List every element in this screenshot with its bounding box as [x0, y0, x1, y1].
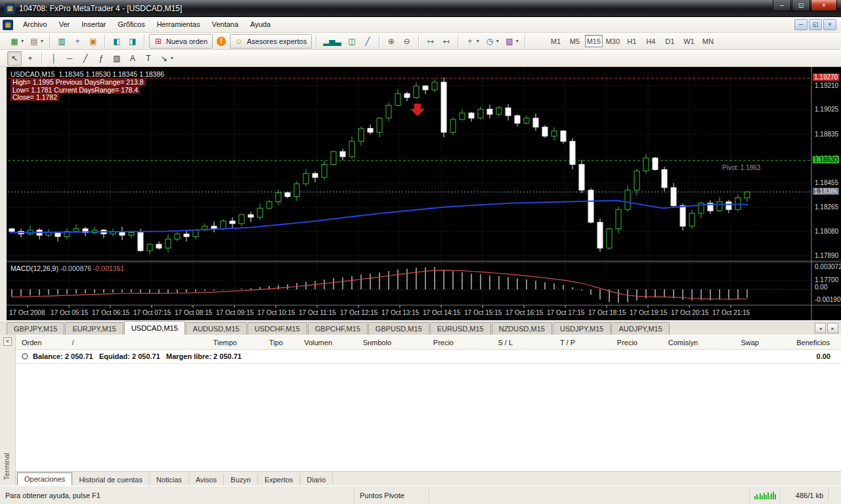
tile-windows-button[interactable]: ◨: [125, 34, 140, 49]
mdi-close-button[interactable]: ×: [823, 19, 836, 30]
menu-ventana[interactable]: Ventana: [206, 17, 244, 32]
horizontal-line-button[interactable]: ─: [62, 51, 77, 66]
maximize-button[interactable]: ◱: [792, 0, 810, 11]
cursor-button[interactable]: ↖: [7, 51, 22, 66]
terminal-close-button[interactable]: ×: [3, 337, 12, 346]
column-header-s-l[interactable]: S / L: [459, 339, 518, 346]
status-mode[interactable]: Puntos Pivote: [355, 489, 429, 502]
trendline-button[interactable]: ╱: [78, 51, 93, 66]
terminal-tab-diario[interactable]: Diario: [300, 474, 333, 486]
timeframe-m1[interactable]: M1: [547, 35, 565, 47]
new-order-button[interactable]: ⊞Nueva orden: [149, 34, 213, 49]
timeframe-h1[interactable]: H1: [623, 35, 641, 47]
menu-insertar[interactable]: Insertar: [75, 17, 112, 32]
timeframe-h4[interactable]: H4: [642, 35, 660, 47]
line-chart-mode-button[interactable]: ╱: [360, 34, 375, 49]
chart-tab-audusd-m15[interactable]: AUDUSD,M15: [186, 322, 247, 335]
crosshair-button[interactable]: +: [23, 51, 37, 66]
timeframe-w1[interactable]: W1: [680, 35, 698, 47]
mdi-restore-button[interactable]: ◱: [809, 19, 822, 30]
terminal-tab-noticias[interactable]: Noticias: [150, 474, 189, 486]
zoom-out-button[interactable]: ⊖: [400, 34, 414, 49]
chart-area[interactable]: USDCAD,M15 1.18345 1.18530 1.18345 1.183…: [7, 67, 841, 320]
candlestick-mode-button[interactable]: ◫: [345, 34, 359, 49]
new-chart-button[interactable]: ▦▾: [7, 34, 26, 49]
templates-dropdown[interactable]: ▾: [516, 38, 519, 44]
text-button[interactable]: A: [125, 51, 140, 66]
terminal-tab-avisos[interactable]: Avisos: [189, 474, 224, 486]
alert-button[interactable]: !: [214, 34, 228, 49]
tab-scroll-left-button[interactable]: ◂: [815, 323, 826, 333]
terminal-tab-buz-n[interactable]: Buzуn: [224, 474, 258, 486]
chart-tab-gbpjpy-m15[interactable]: GBPJPY,M15: [7, 322, 64, 335]
profiles-button[interactable]: ▤▾: [27, 34, 45, 49]
tab-scroll-right-button[interactable]: ▸: [827, 323, 838, 333]
vertical-line-button[interactable]: │: [47, 51, 61, 66]
strategy-tester-button[interactable]: ◧: [110, 34, 124, 49]
close-button[interactable]: ×: [811, 0, 837, 11]
chart-tab-gbpchf-m15[interactable]: GBPCHF,M15: [308, 322, 368, 335]
column-header-s-mbolo[interactable]: Sнmbolo: [337, 339, 397, 346]
zoom-in-button[interactable]: ⊕: [384, 34, 399, 49]
periods-dropdown[interactable]: ▾: [496, 38, 499, 44]
chart-tab-nzdusd-m15[interactable]: NZDUSD,M15: [492, 322, 552, 335]
chart-tab-audjpy-m15[interactable]: AUDJPY,M15: [611, 322, 669, 335]
timeframe-m15[interactable]: M15: [585, 35, 603, 47]
market-watch-button[interactable]: ▥: [54, 34, 69, 49]
chart-tab-eurjpy-m15[interactable]: EURJPY,M15: [65, 322, 123, 335]
timeframe-m30[interactable]: M30: [604, 35, 622, 47]
terminal-tab-historial-de-cuentas[interactable]: Historial de cuentas: [72, 474, 150, 486]
column-header-swap[interactable]: Swap: [703, 339, 764, 346]
chart-tab-usdjpy-m15[interactable]: USDJPY,M15: [553, 322, 611, 335]
column-header-comisi-n[interactable]: Comisiуn: [643, 339, 703, 346]
time-axis-label: 17 Oct 21:15: [712, 309, 750, 316]
expert-advisors-button[interactable]: ☺Asesores expertos: [230, 34, 312, 49]
indicators-button[interactable]: +▾: [463, 34, 481, 49]
column-header-t-p[interactable]: T / P: [518, 339, 580, 346]
chart-tab-usdcad-m15[interactable]: USDCAD,M15: [124, 321, 185, 335]
menu-ver[interactable]: Ver: [53, 17, 76, 32]
navigator-button[interactable]: +: [70, 34, 85, 49]
terminal-tab-expertos[interactable]: Expertos: [258, 474, 300, 486]
auto-scroll-button[interactable]: ↦: [423, 34, 438, 49]
price-scale-label: 1.19210: [815, 82, 838, 89]
column-header-volumen[interactable]: Volumen: [288, 339, 337, 346]
menu-gr-ficos[interactable]: Grбficos: [112, 17, 151, 32]
chart-shift-button[interactable]: ↤: [439, 34, 454, 49]
menu-archivo[interactable]: Archivo: [17, 17, 53, 32]
bid-price-marker: 1.18386: [813, 188, 839, 195]
chart-tab-gbpusd-m15[interactable]: GBPUSD,M15: [368, 322, 429, 335]
profit-value: 0.00: [817, 352, 830, 360]
profiles-dropdown[interactable]: ▾: [41, 38, 43, 44]
bar-chart-mode-button[interactable]: ▂▅▃: [321, 34, 343, 49]
column-header-beneficios[interactable]: Beneficios: [764, 339, 835, 346]
minimize-button[interactable]: ─: [773, 0, 791, 11]
menu-herramientas[interactable]: Herramientas: [151, 17, 206, 32]
candlestick-chart[interactable]: [7, 67, 841, 320]
new-chart-dropdown[interactable]: ▾: [21, 38, 24, 44]
chart-tab-usdchf-m15[interactable]: USDCHF,M15: [248, 322, 307, 335]
arrow-objects-dropdown[interactable]: ▾: [171, 55, 173, 61]
templates-button[interactable]: ▧▾: [502, 34, 521, 49]
menu-ayuda[interactable]: Ayuda: [244, 17, 276, 32]
timeframe-m5[interactable]: M5: [566, 35, 584, 47]
arrow-objects-button[interactable]: ↘▾: [157, 51, 175, 66]
column-header-precio[interactable]: Precio: [397, 339, 459, 346]
shapes-button[interactable]: ▧: [110, 51, 124, 66]
data-window-button[interactable]: ▣: [86, 34, 100, 49]
column-header-tiempo[interactable]: Tiempo: [180, 339, 242, 346]
fibonacci-button[interactable]: ƒ: [94, 51, 108, 66]
column-header-precio[interactable]: Precio: [580, 339, 643, 346]
chart-tab-eurusd-m15[interactable]: EURUSD,M15: [430, 322, 491, 335]
text-label-button[interactable]: T: [141, 51, 156, 66]
column-header-orden[interactable]: Orden/: [16, 339, 180, 346]
periods-button[interactable]: ◷▾: [483, 34, 501, 49]
mdi-minimize-button[interactable]: ─: [794, 19, 808, 30]
timeframe-mn[interactable]: MN: [699, 35, 717, 47]
indicators-icon: +: [465, 36, 475, 47]
terminal-tab-operaciones[interactable]: Operaciones: [17, 472, 72, 486]
column-header-tipo[interactable]: Tipo: [242, 339, 288, 346]
sort-indicator[interactable]: /: [72, 339, 74, 346]
timeframe-d1[interactable]: D1: [661, 35, 679, 47]
indicators-dropdown[interactable]: ▾: [477, 38, 479, 44]
